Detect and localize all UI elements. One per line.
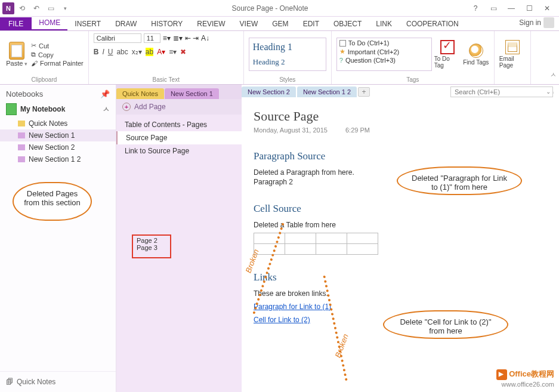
heading-para-source: Paragraph Source [254, 150, 547, 162]
strike-button[interactable]: abc [116, 48, 128, 56]
callout-deleted-pages: Deleted Pages from this section [13, 182, 92, 221]
group-tags: To Do (Ctrl+1) ★Important (Ctrl+2) ?Ques… [332, 31, 495, 84]
plus-icon: + [122, 103, 131, 111]
todo-tag-button[interactable]: To Do Tag [434, 40, 461, 69]
section-new-2[interactable]: New Section 2 [0, 141, 116, 153]
current-notebook[interactable]: My Notebook ㅅ [0, 101, 116, 118]
section-quick-notes[interactable]: Quick Notes [0, 118, 116, 129]
sign-in-button[interactable]: Sign in [514, 15, 559, 30]
format-painter-button[interactable]: 🖌Format Painter [31, 60, 84, 67]
paste-button[interactable]: Paste [5, 42, 29, 67]
sort-icon[interactable]: A↓ [201, 34, 209, 42]
page-content: ⤢ Source Page Monday, August 31, 2015 6:… [242, 85, 559, 392]
callout-deleted-paragraph: Deleted "Paragraph for Link to (1)" from… [397, 166, 522, 195]
notebooks-header: Notebooks [6, 89, 43, 98]
painter-icon: 🖌 [31, 60, 38, 67]
find-tags-icon [469, 44, 483, 58]
minimize-icon[interactable]: — [504, 4, 518, 13]
copy-icon: ⧉ [31, 51, 36, 58]
search-dropdown-icon[interactable]: ⌄ [546, 88, 551, 95]
onenote-app-icon: N [2, 2, 14, 14]
cut-button[interactable]: ✂Cut [31, 42, 84, 50]
window-title: Source Page - OneNote [72, 4, 468, 13]
page-link-source[interactable]: Link to Source Page [116, 144, 242, 158]
tab-section-new1[interactable]: New Section 1 [165, 88, 219, 99]
style-heading2[interactable]: Heading 2 [253, 57, 322, 67]
maximize-icon[interactable]: ☐ [522, 4, 536, 13]
group-email: Email Page [495, 31, 531, 84]
page-time: 6:29 PM [345, 126, 370, 134]
watermark-icon [496, 369, 507, 380]
copy-button[interactable]: ⧉Copy [31, 51, 84, 58]
group-label-text: Basic Text [94, 75, 239, 83]
add-section-button[interactable]: + [358, 87, 370, 97]
page-toc[interactable]: Table of Contents - Pages [116, 118, 242, 131]
tab-section-new12[interactable]: New Section 1 2 [297, 87, 357, 97]
tab-history[interactable]: HISTORY [144, 17, 190, 30]
notebook-icon [6, 103, 17, 115]
section-new-12[interactable]: New Section 1 2 [0, 153, 116, 165]
paste-label: Paste [6, 60, 27, 67]
styles-gallery[interactable]: Heading 1 Heading 2 [249, 38, 326, 71]
tab-section-new2[interactable]: New Section 2 [242, 87, 296, 97]
group-clipboard: Paste ✂Cut ⧉Copy 🖌Format Painter Clipboa… [0, 31, 89, 84]
section-new-1[interactable]: New Section 1 [0, 129, 116, 141]
tab-edit[interactable]: EDIT [296, 17, 326, 30]
font-color-button[interactable]: A▾ [157, 48, 165, 56]
tab-cooperation[interactable]: COOPERATION [399, 17, 466, 30]
help-icon[interactable]: ? [468, 4, 483, 13]
underline-button[interactable]: U [108, 48, 113, 56]
page-source[interactable]: Source Page [116, 131, 242, 144]
align-button[interactable]: ≡▾ [169, 48, 177, 56]
tab-draw[interactable]: DRAW [108, 17, 144, 30]
dock-icon[interactable]: ▭ [44, 2, 57, 15]
font-name-select[interactable]: Calibri [94, 33, 141, 43]
checkbox-icon [339, 40, 346, 47]
italic-button[interactable]: I [102, 48, 104, 56]
bold-button[interactable]: B [94, 48, 99, 56]
style-heading1[interactable]: Heading 1 [253, 42, 322, 53]
pin-icon[interactable]: 📌 [100, 89, 110, 98]
email-page-button[interactable]: Email Page [499, 40, 526, 69]
tags-gallery[interactable]: To Do (Ctrl+1) ★Important (Ctrl+2) ?Ques… [336, 38, 432, 71]
todo-tag-icon [440, 40, 455, 54]
tab-object[interactable]: OBJECT [326, 17, 369, 30]
page-title[interactable]: Source Page [254, 109, 547, 124]
highlight-button[interactable]: ab [146, 48, 153, 56]
indent-icon[interactable]: ⇤ ⇥ [185, 34, 199, 42]
collapse-ribbon-icon[interactable]: ㅅ [550, 70, 557, 79]
tab-file[interactable]: FILE [0, 17, 32, 30]
bullets-icon[interactable]: ≡▾ [163, 34, 171, 42]
search-input[interactable] [450, 87, 553, 97]
close-icon[interactable]: ✕ [540, 4, 554, 13]
back-icon[interactable]: ⟲ [16, 2, 29, 15]
heading-links: Links [254, 271, 547, 283]
email-icon [505, 40, 520, 54]
undo-icon[interactable]: ↶ [30, 2, 43, 15]
tab-review[interactable]: REVIEW [190, 17, 232, 30]
find-tags-button[interactable]: Find Tags [463, 44, 489, 66]
font-size-select[interactable]: 11 [144, 33, 160, 43]
heading-cell-source: Cell Source [254, 203, 547, 215]
quick-notes-footer[interactable]: 🗐 Quick Notes [0, 371, 116, 392]
group-label-styles: Styles [249, 75, 326, 83]
clear-format-button[interactable]: ✖ [180, 48, 186, 56]
tab-view[interactable]: VIEW [233, 17, 265, 30]
tab-section-quicknotes[interactable]: Quick Notes [116, 88, 164, 99]
paste-icon [9, 42, 24, 60]
tab-gem[interactable]: GEM [265, 17, 295, 30]
star-icon: ★ [339, 48, 345, 55]
tab-home[interactable]: HOME [32, 16, 67, 30]
tab-insert[interactable]: INSERT [67, 17, 108, 30]
add-page-button[interactable]: + Add Page [116, 99, 242, 115]
ribbon-options-icon[interactable]: ▭ [486, 4, 501, 13]
avatar-icon [543, 17, 554, 28]
tab-link[interactable]: LINK [369, 17, 399, 30]
qat-more-icon[interactable] [58, 2, 72, 15]
sign-in-label: Sign in [519, 18, 541, 27]
numbering-icon[interactable]: ≣▾ [173, 34, 183, 42]
notebooks-pane: Notebooks 📌 My Notebook ㅅ Quick Notes Ne… [0, 85, 116, 392]
subscript-button[interactable]: x₂▾ [132, 48, 142, 56]
link-paragraph[interactable]: Paragraph for Link to (1) [254, 303, 547, 311]
chevron-up-icon: ㅅ [103, 104, 110, 115]
